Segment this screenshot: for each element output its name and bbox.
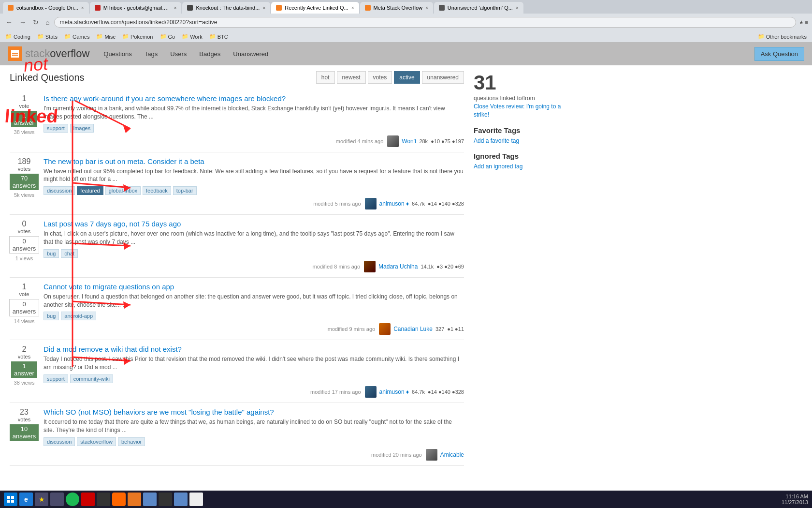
bookmark-coding[interactable]: 📁 Coding xyxy=(4,33,32,40)
tag-featured[interactable]: featured xyxy=(77,186,103,195)
tag-feedback[interactable]: feedback xyxy=(143,186,171,195)
tab-close-knockout[interactable]: × xyxy=(262,5,265,11)
vote-section: 23 votes 10 answers xyxy=(10,408,39,461)
answer-label: answer xyxy=(14,119,34,126)
views-count: 5k views xyxy=(14,192,34,198)
bookmark-misc[interactable]: 📁 Misc xyxy=(95,33,117,40)
bookmark-go[interactable]: 📁 Go xyxy=(159,33,177,40)
tab-meta-so[interactable]: Meta Stack Overflow × xyxy=(360,2,433,14)
tag-top-bar[interactable]: top-bar xyxy=(173,186,197,195)
user-link[interactable]: Canadian Luke xyxy=(393,326,433,332)
bookmark-stats[interactable]: 📁 Stats xyxy=(36,33,59,40)
question-title[interactable]: Cannot vote to migrate questions on app xyxy=(44,283,464,291)
tab-favicon-cotsandbox xyxy=(8,5,14,11)
tab-label-knockout: Knockout : The data-bind... xyxy=(196,5,260,11)
bookmark-misc-icon: 📁 xyxy=(96,33,103,40)
question-meta: modified 9 mins ago Canadian Luke 327 ●1… xyxy=(44,323,464,335)
filter-unanswered[interactable]: unanswered xyxy=(422,71,464,84)
sidebar-description: questions linked to/from Close Votes rev… xyxy=(474,94,570,119)
tag-discussion[interactable]: discussion xyxy=(44,186,75,195)
tag-bug[interactable]: bug xyxy=(44,249,59,258)
user-link[interactable]: Won't xyxy=(402,138,416,145)
modified-time: modified 9 mins ago xyxy=(328,326,375,332)
bookmark-btc-label: BTC xyxy=(218,34,228,40)
nav-questions[interactable]: Questions xyxy=(97,47,138,61)
question-item: 1 vote 0 answers 14 views Cannot vote to… xyxy=(10,278,464,341)
question-title[interactable]: Is there any work-around if you are some… xyxy=(44,94,464,103)
user-link[interactable]: animuson ♦ xyxy=(379,200,409,207)
tab-cotsandbox[interactable]: cotsandbox - Google Dri... × xyxy=(3,2,89,14)
nav-badges[interactable]: Badges xyxy=(193,47,227,61)
filter-hot[interactable]: hot xyxy=(316,71,335,84)
answer-count: 10 xyxy=(21,425,28,433)
modified-time: modified 20 mins ago xyxy=(371,452,422,458)
tab-gmail[interactable]: M Inbox - geobits@gmail.co... × xyxy=(90,2,182,14)
tab-close-cotsandbox[interactable]: × xyxy=(81,5,84,11)
tag-community-wiki[interactable]: community-wiki xyxy=(70,374,113,383)
user-link[interactable]: Madara Uchiha xyxy=(378,263,418,270)
tag-images[interactable]: images xyxy=(70,124,94,133)
tab-favicon-unanswered xyxy=(439,5,445,11)
tag-bug[interactable]: bug xyxy=(44,312,59,320)
tag-stackoverflow[interactable]: stackoverflow xyxy=(77,437,116,446)
tab-close-gmail[interactable]: × xyxy=(174,5,177,11)
tag-discussion[interactable]: discussion xyxy=(44,437,75,446)
bookmark-games[interactable]: 📁 Games xyxy=(63,33,91,40)
question-tags: bug android-app xyxy=(44,312,464,320)
content-area: Linked Questions hot newest votes active… xyxy=(0,65,580,472)
tag-behavior[interactable]: behavior xyxy=(118,437,145,446)
vote-section: 1 vote 1 answer 38 views xyxy=(10,94,39,147)
answer-label: answers xyxy=(13,433,36,440)
user-card: Canadian Luke 327 ●1 ●11 xyxy=(379,323,464,335)
back-button[interactable]: ← xyxy=(4,17,14,27)
question-title[interactable]: Last post was 7 days ago, not 75 days ag… xyxy=(44,220,464,228)
user-link[interactable]: animuson ♦ xyxy=(379,388,409,395)
filter-newest[interactable]: newest xyxy=(337,71,366,84)
bookmark-other-icon: 📁 xyxy=(758,33,765,40)
so-logo[interactable]: stackoverflow xyxy=(8,46,89,61)
tab-knockout[interactable]: Knockout : The data-bind... × xyxy=(182,2,270,14)
question-content: Cannot vote to migrate questions on app … xyxy=(44,283,464,335)
tab-unanswered[interactable]: Unanswered 'algorithm' Q... × xyxy=(434,2,523,14)
question-title[interactable]: The new top bar is out on meta. Consider… xyxy=(44,157,464,165)
user-link[interactable]: Amicable xyxy=(440,451,464,458)
tag-global-inbox[interactable]: global-inbox xyxy=(105,186,141,195)
question-title[interactable]: Which SO (not MSO) behaviors are we most… xyxy=(44,408,464,416)
add-favorite-tag-link[interactable]: Add a favorite tag xyxy=(474,137,570,144)
forward-button[interactable]: → xyxy=(17,17,28,27)
tab-close-meta-so[interactable]: × xyxy=(425,5,428,11)
filter-active[interactable]: active xyxy=(394,71,420,84)
bookmark-btc[interactable]: 📁 BTC xyxy=(208,33,230,40)
user-avatar xyxy=(365,386,377,398)
user-rep: 64.7k xyxy=(412,201,425,207)
tag-support[interactable]: support xyxy=(44,124,68,133)
views-count: 14 views xyxy=(14,318,35,324)
nav-tags[interactable]: Tags xyxy=(138,47,164,61)
tag-chat[interactable]: chat xyxy=(61,249,78,258)
tag-android-app[interactable]: android-app xyxy=(61,312,96,320)
nav-unanswered[interactable]: Unanswered xyxy=(227,47,275,61)
tab-close-recently-active[interactable]: × xyxy=(351,5,354,11)
filter-votes[interactable]: votes xyxy=(368,71,392,84)
question-title[interactable]: Did a mod remove a wiki that did not exi… xyxy=(44,345,464,353)
question-excerpt: I'm currently working in a bank, and whi… xyxy=(44,105,464,121)
user-badges: ●14 ●140 ●328 xyxy=(428,389,464,395)
add-ignored-tag-link[interactable]: Add an ignored tag xyxy=(474,163,570,170)
bookmark-work[interactable]: 📁 Work xyxy=(180,33,203,40)
nav-users[interactable]: Users xyxy=(164,47,193,61)
tab-recently-active[interactable]: Recently Active Linked Q... × xyxy=(271,2,359,14)
refresh-button[interactable]: ↻ xyxy=(31,17,41,27)
main-content: Linked Questions hot newest votes active… xyxy=(10,71,464,466)
answer-count: 1 xyxy=(22,362,26,370)
address-bar[interactable] xyxy=(54,17,796,28)
tag-support[interactable]: support xyxy=(44,374,68,383)
bookmark-other[interactable]: 📁 Other bookmarks xyxy=(756,33,808,40)
sidebar-link[interactable]: Close Votes review: I'm going to a strik… xyxy=(474,103,570,119)
question-tags: discussion featured global-inbox feedbac… xyxy=(44,186,464,195)
question-content: Is there any work-around if you are some… xyxy=(44,94,464,147)
ask-question-button[interactable]: Ask Question xyxy=(754,47,804,61)
question-content: Which SO (not MSO) behaviors are we most… xyxy=(44,408,464,461)
tab-close-unanswered[interactable]: × xyxy=(516,5,519,11)
home-button[interactable]: ⌂ xyxy=(44,17,51,27)
bookmark-pokemon[interactable]: 📁 Pokemon xyxy=(121,33,154,40)
